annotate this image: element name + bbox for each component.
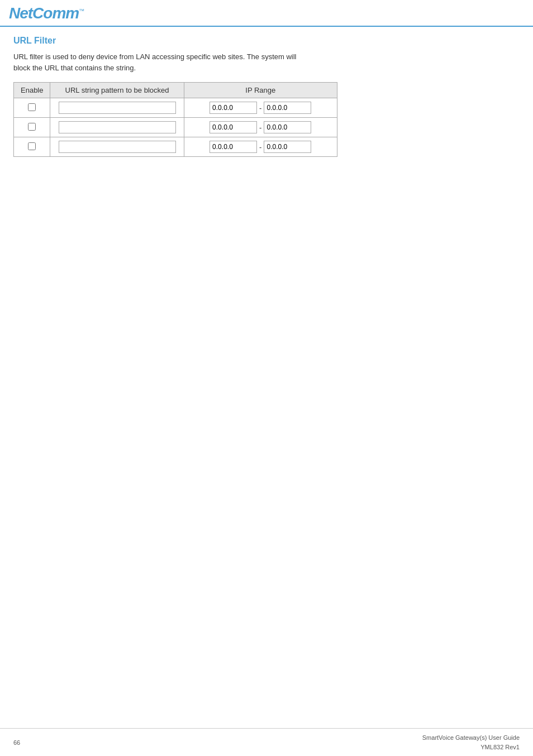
table-row: - xyxy=(14,98,337,118)
ip-range-cell: - xyxy=(184,98,337,118)
footer-product-line2: YML832 Rev1 xyxy=(422,743,520,752)
page-footer: 66 SmartVoice Gateway(s) User Guide YML8… xyxy=(0,728,533,756)
footer-product-line1: SmartVoice Gateway(s) User Guide xyxy=(422,733,520,743)
url-input-0[interactable] xyxy=(59,102,176,114)
table-row: - xyxy=(14,137,337,157)
ip-from-input-2[interactable] xyxy=(210,141,257,153)
page-header: NetComm™ xyxy=(0,0,533,27)
description-line2: block the URL that contains the string. xyxy=(13,64,136,72)
url-input-2[interactable] xyxy=(59,141,176,153)
table-row: - xyxy=(14,118,337,137)
ip-range-cell: - xyxy=(184,137,337,157)
logo-tm: ™ xyxy=(79,8,84,14)
footer-product-info: SmartVoice Gateway(s) User Guide YML832 … xyxy=(422,733,520,752)
url-cell xyxy=(50,98,184,118)
url-cell xyxy=(50,137,184,157)
ip-to-input-0[interactable] xyxy=(264,102,311,114)
ip-separator: - xyxy=(259,143,261,151)
ip-to-input-2[interactable] xyxy=(264,141,311,153)
description-line1: URL filter is used to deny device from L… xyxy=(13,52,296,61)
logo-text: NetComm xyxy=(9,4,79,22)
ip-from-input-1[interactable] xyxy=(210,121,257,133)
enable-cell xyxy=(14,98,50,118)
col-header-ip-range: IP Range xyxy=(184,83,337,98)
page-title: URL Filter xyxy=(13,36,520,46)
col-header-enable: Enable xyxy=(14,83,50,98)
page-description: URL filter is used to deny device from L… xyxy=(13,51,520,73)
table-header-row: Enable URL string pattern to be blocked … xyxy=(14,83,337,98)
logo: NetComm™ xyxy=(9,4,84,22)
col-header-url: URL string pattern to be blocked xyxy=(50,83,184,98)
ip-from-input-0[interactable] xyxy=(210,102,257,114)
enable-checkbox-2[interactable] xyxy=(28,142,36,150)
main-content: URL Filter URL filter is used to deny de… xyxy=(0,27,533,166)
enable-checkbox-1[interactable] xyxy=(28,123,36,131)
page-number: 66 xyxy=(13,739,20,746)
enable-cell xyxy=(14,137,50,157)
enable-cell xyxy=(14,118,50,137)
enable-checkbox-0[interactable] xyxy=(28,103,36,111)
ip-separator: - xyxy=(259,123,261,132)
url-filter-table: Enable URL string pattern to be blocked … xyxy=(13,82,337,157)
ip-to-input-1[interactable] xyxy=(264,121,311,133)
url-cell xyxy=(50,118,184,137)
ip-separator: - xyxy=(259,104,261,112)
ip-range-cell: - xyxy=(184,118,337,137)
url-input-1[interactable] xyxy=(59,121,176,133)
